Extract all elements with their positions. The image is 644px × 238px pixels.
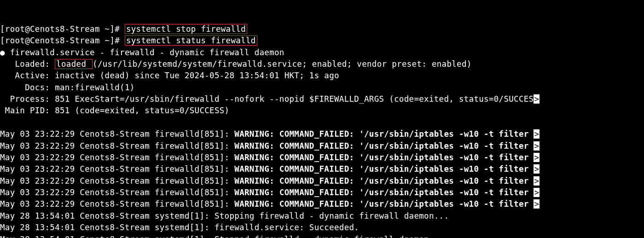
log-line: May 03 23:22:29 Cenots8-Stream firewalld… <box>0 129 234 139</box>
loaded-label: Loaded: <box>0 59 55 69</box>
log-warn: WARNING: COMMAND_FAILED: '/usr/sbin/ipta… <box>234 199 534 209</box>
cmd-status-firewalld: systemctl status firewalld <box>125 35 257 46</box>
mainpid-line: Main PID: 851 (code=exited, status=0/SUC… <box>0 106 229 115</box>
active-line: Active: inactive (dead) since Tue 2024-0… <box>0 71 339 80</box>
loaded-value: loaded <box>55 59 93 69</box>
log-warn: WARNING: COMMAND_FAILED: '/usr/sbin/ipta… <box>234 188 534 197</box>
log-stop-3: May 28 13:54:01 Cenots8-Stream systemd[1… <box>0 235 434 238</box>
log-line: May 03 23:22:29 Cenots8-Stream firewalld… <box>0 199 234 209</box>
prompt-1: [root@Cenots8-Stream ~]# <box>0 24 125 34</box>
overflow-right-icon: > <box>534 129 540 139</box>
prompt-2: [root@Cenots8-Stream ~]# <box>0 36 125 45</box>
log-line: May 03 23:22:29 Cenots8-Stream firewalld… <box>0 153 234 162</box>
overflow-right-icon: > <box>534 188 540 197</box>
overflow-right-icon: > <box>534 141 540 151</box>
log-warn: WARNING: COMMAND_FAILED: '/usr/sbin/ipta… <box>234 141 534 151</box>
overflow-right-icon: > <box>534 199 540 209</box>
overflow-right-icon: > <box>534 94 540 104</box>
log-warn: WARNING: COMMAND_FAILED: '/usr/sbin/ipta… <box>234 164 534 174</box>
docs-line: Docs: man:firewalld(1) <box>0 83 135 92</box>
log-line: May 03 23:22:29 Cenots8-Stream firewalld… <box>0 188 234 197</box>
loaded-rest: (/usr/lib/systemd/system/firewalld.servi… <box>93 59 472 69</box>
overflow-right-icon: > <box>534 176 540 186</box>
log-warn: WARNING: COMMAND_FAILED: '/usr/sbin/ipta… <box>234 129 534 139</box>
log-line: May 03 23:22:29 Cenots8-Stream firewalld… <box>0 176 234 186</box>
log-warn: WARNING: COMMAND_FAILED: '/usr/sbin/ipta… <box>234 153 534 162</box>
log-line: May 03 23:22:29 Cenots8-Stream firewalld… <box>0 141 234 151</box>
overflow-right-icon: > <box>534 164 540 174</box>
cmd-stop-firewalld: systemctl stop firewalld <box>125 24 247 34</box>
log-stop-1: May 28 13:54:01 Cenots8-Stream systemd[1… <box>0 211 449 221</box>
service-header: firewalld.service - firewalld - dynamic … <box>5 48 284 57</box>
terminal[interactable]: [root@Cenots8-Stream ~]# systemctl stop … <box>0 23 644 238</box>
log-warn: WARNING: COMMAND_FAILED: '/usr/sbin/ipta… <box>234 176 534 186</box>
log-line: May 03 23:22:29 Cenots8-Stream firewalld… <box>0 164 234 174</box>
log-stop-2: May 28 13:54:01 Cenots8-Stream systemd[1… <box>0 223 359 232</box>
overflow-right-icon: > <box>534 153 540 162</box>
process-line: Process: 851 ExecStart=/usr/sbin/firewal… <box>0 94 534 104</box>
status-bullet-icon: ● <box>0 48 5 57</box>
